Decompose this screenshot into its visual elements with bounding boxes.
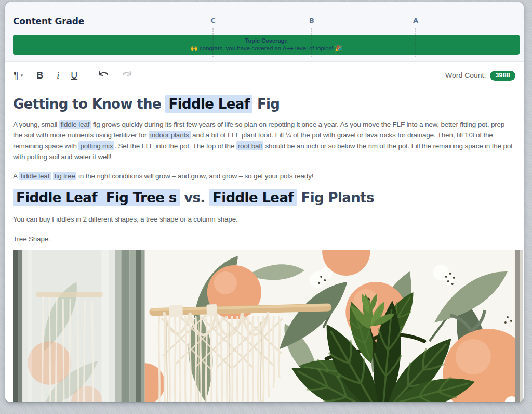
editor-content[interactable]: Getting to Know the Fiddle Leaf Fig A yo… — [5, 96, 524, 402]
paragraph-style-button[interactable]: ¶ ▾ — [14, 71, 23, 80]
content-grade-header: Content Grade C B A Topic Coverage 🙌 con… — [5, 2, 524, 61]
article-paragraph-4[interactable]: Tree Shape: — [13, 234, 518, 245]
underline-button[interactable]: U — [71, 71, 77, 80]
topic-coverage-title: Topic Coverage — [13, 37, 520, 44]
grade-marker-b-label: B — [309, 17, 314, 24]
topic-coverage-banner: Topic Coverage 🙌 congrats, you have cove… — [13, 35, 520, 55]
word-count-badge: 3988 — [490, 71, 515, 81]
app-window: Content Grade C B A Topic Coverage 🙌 con… — [5, 2, 524, 402]
grade-marker-a-line — [416, 28, 416, 57]
pilcrow-icon: ¶ — [14, 71, 19, 80]
article-image-tree-shape — [13, 250, 523, 402]
undo-button[interactable] — [98, 71, 110, 81]
italic-button[interactable]: i — [57, 71, 59, 80]
grade-marker-c-label: C — [210, 17, 216, 24]
redo-icon — [121, 71, 132, 81]
undo-icon — [98, 71, 110, 81]
article-paragraph-2[interactable]: A fiddle leaf fig tree in the right cond… — [13, 171, 518, 182]
word-count-label: Word Count: — [445, 71, 486, 80]
photo-right-frame — [515, 250, 520, 402]
grade-marker-a-label: A — [413, 17, 418, 24]
article-heading-2[interactable]: Fiddle Leaf Fig Tree s vs. Fiddle Leaf F… — [13, 189, 518, 206]
word-count: Word Count: 3988 — [445, 71, 515, 81]
chevron-down-icon: ▾ — [21, 73, 23, 78]
topic-coverage-message: 🙌 congrats, you have covered an A++ leve… — [13, 45, 520, 52]
desktop-background: Content Grade C B A Topic Coverage 🙌 con… — [0, 0, 532, 414]
article-heading-1[interactable]: Getting to Know the Fiddle Leaf Fig — [13, 96, 518, 113]
format-toolbar: ¶ ▾ B i U Word Count: 3988 — [5, 61, 524, 89]
redo-button[interactable] — [121, 71, 132, 81]
content-grade-title: Content Grade — [13, 16, 84, 27]
mirror — [13, 250, 145, 402]
grade-marker-c-line — [213, 28, 214, 57]
article-paragraph-1[interactable]: A young, small fiddle leaf fig grows qui… — [13, 120, 518, 163]
grade-marker-b-line — [312, 28, 312, 57]
article-paragraph-3[interactable]: You can buy Fiddles in 2 different shape… — [13, 214, 518, 225]
bold-button[interactable]: B — [36, 71, 43, 80]
